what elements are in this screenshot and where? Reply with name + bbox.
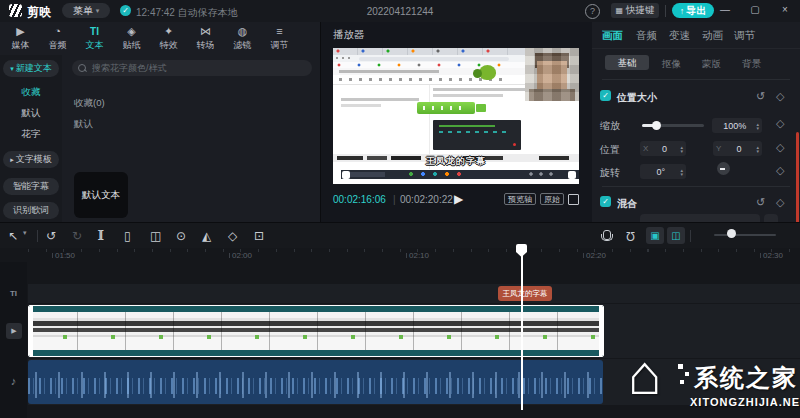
tab-audio[interactable]: ◔ 音频: [39, 22, 76, 55]
clip-trim-handle-left[interactable]: [29, 306, 33, 356]
scale-value-box[interactable]: 100% ▴▾: [712, 118, 762, 133]
keyframe-icon[interactable]: ◇: [776, 164, 784, 177]
tab-filter[interactable]: ◍ 滤镜: [224, 22, 261, 55]
tab-transition[interactable]: ⋈ 转场: [187, 22, 224, 55]
crop-button[interactable]: ⊡: [254, 229, 264, 243]
split-button[interactable]: ][: [98, 229, 103, 240]
delete-button[interactable]: ▯: [124, 229, 131, 243]
preview-text-line: [433, 94, 503, 97]
adjust-icon: ≡: [276, 25, 282, 38]
export-button[interactable]: ↑ 导出: [672, 3, 714, 18]
maximize-button[interactable]: ▢: [748, 4, 762, 15]
ruler-label: 02:30: [760, 251, 783, 260]
subtab-cutout[interactable]: 抠像: [662, 58, 681, 71]
reverse-button[interactable]: ⊙: [176, 229, 186, 243]
scale-slider[interactable]: [642, 124, 704, 127]
playhead[interactable]: [521, 248, 523, 410]
subtab-mask[interactable]: 蒙版: [702, 58, 721, 71]
props-tab-speed[interactable]: 变速: [669, 29, 690, 43]
search-input[interactable]: [90, 62, 306, 74]
tab-text[interactable]: TI 文本: [76, 22, 113, 55]
position-x-box[interactable]: X 0 ▴▾: [640, 141, 686, 156]
freeze-frame-button[interactable]: ◫: [150, 229, 161, 243]
video-clip[interactable]: [28, 305, 604, 357]
app-logo-icon: [9, 4, 22, 17]
keyframe-icon[interactable]: ◇: [776, 90, 784, 103]
subtab-background[interactable]: 背景: [742, 58, 761, 71]
props-tab-animation[interactable]: 动画: [702, 29, 723, 43]
keyframe-icon[interactable]: ◇: [776, 196, 784, 209]
selection-handle-bottom-right[interactable]: [568, 171, 576, 179]
fullscreen-icon[interactable]: [568, 194, 579, 205]
undo-button[interactable]: ↺: [46, 229, 56, 243]
ruler-label: 02:00: [229, 251, 252, 260]
original-ratio-button[interactable]: 原始: [540, 193, 564, 205]
subtab-basic[interactable]: 基础: [605, 55, 649, 70]
text-library: 收藏(0) 默认 默认文本 花字: [0, 55, 320, 222]
subtitle-clip[interactable]: 王凤龙的字幕: [498, 286, 552, 301]
tab-sticker[interactable]: ◈ 贴纸: [113, 22, 150, 55]
asset-panel: ▶ 媒体 ◔ 音频 TI 文本 ◈ 贴纸 ✦ 特效 ⋈ 转场: [0, 22, 320, 222]
timeline-zoom-slider[interactable]: [714, 234, 776, 236]
tab-effects[interactable]: ✦ 特效: [150, 22, 187, 55]
timeline-zoom-knob[interactable]: [727, 229, 736, 238]
rotation-dial[interactable]: [717, 162, 730, 175]
stepper-icon[interactable]: ▴▾: [680, 168, 683, 176]
blend-stepper[interactable]: [764, 214, 778, 222]
stepper-icon[interactable]: ▴▾: [680, 145, 683, 153]
titlebar-divider: [665, 5, 666, 17]
autosave-status: 12:47:42 自动保存本地: [136, 6, 238, 20]
props-tab-video[interactable]: 画面: [602, 29, 623, 43]
project-title: 202204121244: [367, 6, 434, 17]
props-tab-adjust[interactable]: 调节: [734, 29, 755, 43]
preview-screenshot-toolbar-arrow: [476, 104, 486, 112]
clip-trim-handle-right[interactable]: [599, 306, 603, 356]
auto-snap-button[interactable]: Ω: [626, 229, 635, 243]
keyframe-icon[interactable]: ◇: [776, 117, 784, 130]
cursor-dropdown-icon[interactable]: ▾: [23, 229, 27, 237]
props-tab-audio[interactable]: 音频: [636, 29, 657, 43]
reset-icon[interactable]: ↺: [756, 196, 765, 209]
audio-track-icon: ♪: [0, 375, 27, 387]
audio-clip[interactable]: [28, 360, 603, 404]
minimize-button[interactable]: —: [718, 4, 732, 15]
search-bar[interactable]: [72, 60, 312, 76]
redo-button[interactable]: ↻: [72, 229, 82, 243]
link-preview-toggle[interactable]: ▣: [646, 227, 664, 244]
reset-icon[interactable]: ↺: [756, 90, 765, 103]
blend-mode-dropdown[interactable]: [640, 214, 760, 222]
cursor-tool-button[interactable]: ↖: [8, 229, 18, 243]
position-size-checkbox[interactable]: ✓: [600, 90, 611, 101]
properties-scrollbar[interactable]: [796, 132, 799, 224]
position-y-box[interactable]: Y 0 ▴▾: [713, 141, 762, 156]
preview-axis-button[interactable]: 预览轴: [504, 193, 536, 205]
selection-handle-bottom-left[interactable]: [342, 171, 350, 179]
blend-checkbox[interactable]: ✓: [600, 196, 611, 207]
player-panel: 播放器: [320, 22, 594, 222]
record-voiceover-button[interactable]: [603, 230, 611, 240]
audio-icon: ◔: [54, 25, 61, 38]
export-label: 导出: [686, 4, 706, 18]
video-preview[interactable]: 王凤龙的字幕: [333, 48, 579, 184]
shortcuts-button[interactable]: ▦ 快捷键: [611, 3, 659, 18]
play-button[interactable]: ▶: [454, 192, 463, 206]
scale-slider-knob[interactable]: [652, 121, 661, 130]
effects-icon: ✦: [164, 25, 173, 38]
mirror-button[interactable]: ◭: [202, 229, 211, 243]
stepper-icon[interactable]: ▴▾: [756, 145, 759, 153]
keyboard-icon: ▦: [615, 6, 623, 15]
help-button[interactable]: ?: [585, 4, 600, 19]
tab-media[interactable]: ▶ 媒体: [2, 22, 39, 55]
keyframe-icon[interactable]: ◇: [776, 141, 784, 154]
menu-button[interactable]: 菜单 ▾: [62, 3, 110, 18]
stepper-icon[interactable]: ▴▾: [756, 122, 759, 130]
player-title: 播放器: [333, 28, 365, 42]
close-button[interactable]: ×: [778, 4, 792, 15]
default-text-tile[interactable]: 默认文本: [74, 172, 128, 218]
position-label: 位置: [600, 143, 620, 157]
rotation-value-box[interactable]: 0° ▴▾: [640, 164, 686, 179]
preview-axis-toggle[interactable]: ◫: [667, 227, 685, 244]
playhead-handle[interactable]: [516, 244, 527, 257]
tab-adjust[interactable]: ≡ 调节: [261, 22, 298, 55]
rotate-button[interactable]: ◇: [228, 229, 237, 243]
